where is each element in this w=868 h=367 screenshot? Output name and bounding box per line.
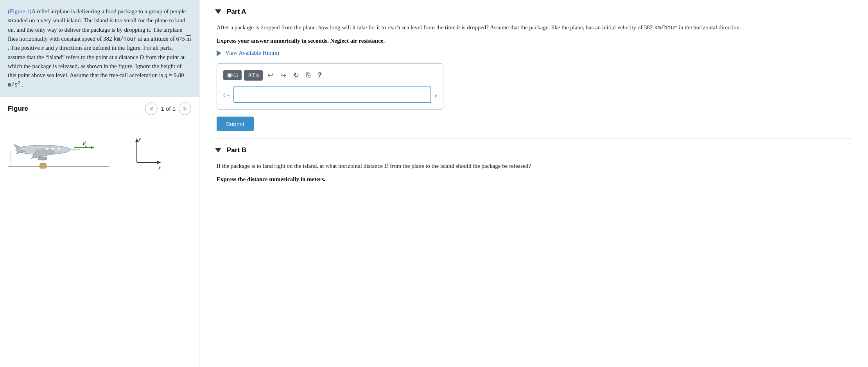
part-b-instruction: Express the distance numerically in mete… [217, 176, 852, 183]
refresh-icon: ↻ [293, 71, 299, 79]
problem-statement: A relief airplane is delivering a food p… [8, 8, 191, 88]
keyboard-button[interactable]: ⎘ [304, 70, 313, 81]
undo-icon: ↩ [267, 71, 273, 79]
svg-marker-13 [135, 138, 138, 142]
part-a-hint-label: View Available Hint(s) [225, 50, 279, 56]
svg-text:x: x [158, 165, 161, 171]
coordinate-system: y x [129, 135, 164, 176]
prev-figure-button[interactable]: < [145, 103, 158, 115]
part-a-collapse-icon [215, 9, 221, 14]
math-template-icon: ▣√□ [227, 72, 238, 78]
symbol-button[interactable]: ΑΣφ [244, 70, 263, 81]
part-b-collapse-icon [215, 148, 221, 153]
math-template-button[interactable]: ▣√□ [223, 70, 242, 80]
problem-text-box: (Figure 1)A relief airplane is deliverin… [0, 0, 199, 97]
symbol-icon: ΑΣφ [248, 72, 259, 79]
part-a-body: After a package is dropped from the plan… [215, 23, 852, 131]
left-panel: (Figure 1)A relief airplane is deliverin… [0, 0, 199, 367]
figure-section: Figure < 1 of 1 > [0, 97, 199, 367]
svg-rect-5 [38, 157, 47, 160]
svg-point-3 [50, 147, 55, 150]
figure-image-area: v⃗0 y x [0, 119, 199, 184]
figure-link[interactable]: (Figure 1) [8, 8, 31, 14]
figure-header: Figure < 1 of 1 > [0, 97, 199, 119]
part-a-toolbar: ▣√□ ΑΣφ ↩ ↪ ↻ ⎘ [223, 69, 437, 81]
part-divider [215, 138, 852, 139]
next-figure-button[interactable]: > [179, 103, 191, 115]
part-b-header[interactable]: Part B [215, 146, 852, 154]
svg-marker-16 [157, 161, 161, 164]
part-a-input-row: t = s [223, 86, 437, 103]
part-b-body: If the package is to land right on the i… [215, 161, 852, 183]
redo-icon: ↪ [280, 71, 286, 79]
figure-nav: < 1 of 1 > [145, 103, 191, 115]
right-panel: Part A After a package is dropped from t… [199, 0, 868, 367]
part-a-eq-label: t = [223, 92, 230, 98]
part-a-answer-box: ▣√□ ΑΣφ ↩ ↪ ↻ ⎘ [217, 63, 443, 110]
svg-marker-9 [91, 146, 94, 149]
part-a-label: Part A [227, 8, 246, 16]
part-a-answer-input[interactable] [233, 86, 431, 103]
part-b-section: Part B If the package is to land right o… [215, 146, 852, 183]
part-a-section: Part A After a package is dropped from t… [215, 0, 852, 131]
refresh-button[interactable]: ↻ [291, 69, 301, 81]
svg-text:y: y [138, 136, 141, 142]
svg-text:v⃗0: v⃗0 [82, 140, 87, 148]
figure-count: 1 of 1 [161, 105, 176, 112]
airplane-illustration: v⃗0 [8, 127, 109, 176]
part-a-instruction: Express your answer numerically in secon… [217, 38, 852, 44]
svg-point-4 [56, 147, 61, 150]
undo-button[interactable]: ↩ [265, 69, 276, 81]
svg-point-2 [45, 147, 49, 150]
svg-rect-6 [40, 164, 46, 168]
part-b-question: If the package is to land right on the i… [217, 161, 852, 171]
help-button[interactable]: ? [315, 70, 324, 81]
part-a-submit-button[interactable]: Submit [217, 117, 254, 131]
part-a-question: After a package is dropped from the plan… [217, 23, 852, 32]
hint-triangle-icon [217, 50, 221, 56]
help-icon: ? [317, 71, 322, 79]
part-a-unit: s [434, 92, 437, 98]
redo-button[interactable]: ↪ [278, 69, 289, 81]
keyboard-icon: ⎘ [306, 71, 310, 79]
figure-title: Figure [8, 105, 28, 113]
part-b-label: Part B [227, 146, 246, 154]
part-a-hint-link[interactable]: View Available Hint(s) [217, 50, 852, 56]
part-a-header[interactable]: Part A [215, 8, 852, 16]
